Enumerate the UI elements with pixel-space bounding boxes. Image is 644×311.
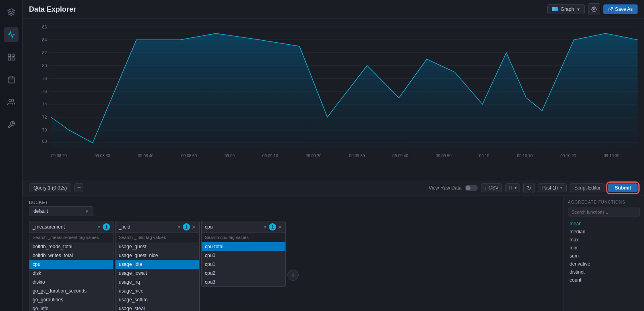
agg-item-max[interactable]: max bbox=[568, 236, 640, 244]
settings-button[interactable] bbox=[588, 3, 600, 15]
sidebar-icon-users[interactable] bbox=[4, 95, 19, 109]
csv-download-button[interactable]: ↓ CSV bbox=[481, 183, 502, 192]
svg-line-10 bbox=[610, 8, 613, 10]
graph-type-selector[interactable]: Graph ▼ bbox=[547, 4, 585, 14]
submit-button[interactable]: Submit bbox=[608, 183, 638, 192]
list-item[interactable]: go_gc_duration_seconds bbox=[29, 286, 113, 295]
list-item[interactable]: cpu0 bbox=[202, 251, 285, 260]
list-item[interactable]: usage_guest_nice bbox=[116, 251, 199, 260]
cpu-dropdown-icon[interactable]: ▼ bbox=[263, 225, 267, 229]
svg-text:76: 76 bbox=[42, 89, 47, 94]
time-range-dropdown-icon: ▼ bbox=[559, 186, 563, 190]
svg-text:84: 84 bbox=[42, 37, 47, 42]
list-item[interactable]: usage_idle bbox=[116, 260, 199, 269]
field-col-title: _field bbox=[119, 224, 175, 230]
measurement-dropdown-icon[interactable]: ▼ bbox=[97, 225, 101, 229]
agg-item-min[interactable]: min bbox=[568, 244, 640, 252]
refresh-icon: ↻ bbox=[527, 185, 531, 191]
add-column-button[interactable]: + bbox=[287, 270, 299, 281]
svg-text:68: 68 bbox=[42, 139, 47, 144]
header: Data Explorer Graph ▼ Save As bbox=[23, 0, 644, 19]
field-column: _field ▼ 1 ✕ usage_guest usage_guest_nic… bbox=[115, 221, 200, 311]
svg-text:78: 78 bbox=[42, 76, 47, 81]
measurement-search-input[interactable] bbox=[29, 233, 113, 242]
script-editor-button[interactable]: Script Editor bbox=[570, 183, 605, 192]
agg-item-count[interactable]: count bbox=[568, 276, 640, 284]
agg-search-input[interactable] bbox=[568, 208, 640, 216]
save-as-button[interactable]: Save As bbox=[603, 4, 638, 14]
agg-item-derivative[interactable]: derivative bbox=[568, 260, 640, 268]
time-range-label: Past 1h bbox=[541, 185, 558, 191]
list-item[interactable]: disk bbox=[29, 269, 113, 278]
field-badge: 1 bbox=[183, 223, 190, 231]
cpu-close-button[interactable]: ✕ bbox=[278, 224, 282, 230]
svg-text:86: 86 bbox=[42, 25, 47, 29]
list-item[interactable]: cpu1 bbox=[202, 260, 285, 269]
list-item[interactable]: go_info bbox=[29, 304, 113, 311]
agg-item-mean[interactable]: mean bbox=[568, 220, 640, 228]
chevron-down-icon: ▼ bbox=[576, 7, 580, 12]
chart-container: 86 84 82 80 78 76 74 72 70 68 09:0 bbox=[23, 19, 644, 180]
list-item[interactable]: usage_irq bbox=[116, 278, 199, 286]
filter-columns: _measurement ▼ 1 boltdb_reads_total bolt… bbox=[29, 221, 555, 311]
list-item[interactable]: boltdb_writes_total bbox=[29, 251, 113, 260]
add-query-button[interactable]: + bbox=[74, 183, 83, 192]
field-close-button[interactable]: ✕ bbox=[192, 224, 196, 230]
cpu-items: cpu-total cpu0 cpu1 cpu2 cpu3 bbox=[202, 242, 285, 286]
time-range-selector[interactable]: Past 1h ▼ bbox=[538, 183, 567, 192]
list-item[interactable]: usage_steal bbox=[116, 304, 199, 311]
svg-text:82: 82 bbox=[42, 50, 47, 55]
field-dropdown-icon[interactable]: ▼ bbox=[177, 225, 181, 229]
measurement-column: _measurement ▼ 1 boltdb_reads_total bolt… bbox=[29, 221, 114, 311]
chart-fill bbox=[51, 33, 638, 148]
agg-item-median[interactable]: median bbox=[568, 228, 640, 236]
list-item[interactable]: usage_nice bbox=[116, 286, 199, 295]
measurement-col-title: _measurement bbox=[33, 224, 95, 230]
download-icon: ↓ bbox=[485, 185, 487, 191]
list-item[interactable]: cpu-total bbox=[202, 242, 285, 251]
chart-svg: 86 84 82 80 78 76 74 72 70 68 bbox=[29, 23, 638, 152]
sidebar-icon-data-explorer[interactable] bbox=[4, 27, 19, 42]
sidebar-icon-network[interactable] bbox=[4, 5, 19, 19]
list-item[interactable]: usage_guest bbox=[116, 242, 199, 251]
sidebar-icon-settings[interactable] bbox=[4, 117, 19, 132]
add-icon: + bbox=[77, 185, 81, 191]
list-item[interactable]: usage_iowait bbox=[116, 269, 199, 278]
cpu-badge: 1 bbox=[269, 223, 276, 231]
bucket-selector[interactable]: default ▼ bbox=[29, 206, 93, 216]
field-search-input[interactable] bbox=[116, 233, 199, 242]
save-as-label: Save As bbox=[615, 6, 633, 12]
page-title: Data Explorer bbox=[29, 5, 76, 14]
list-item[interactable]: cpu2 bbox=[202, 269, 285, 278]
main-content: Data Explorer Graph ▼ Save As bbox=[23, 0, 644, 311]
pause-icon: ⏸ bbox=[508, 185, 513, 191]
x-axis-labels: 09:08:20 09:08:30 09:08:40 09:08:50 09:0… bbox=[29, 153, 638, 158]
agg-item-sum[interactable]: sum bbox=[568, 252, 640, 260]
bottom-content: Bucket default ▼ _measurement ▼ 1 bbox=[23, 196, 644, 311]
refresh-button[interactable]: ↻ bbox=[523, 183, 535, 193]
agg-item-distinct[interactable]: distinct bbox=[568, 268, 640, 276]
measurement-badge: 1 bbox=[103, 223, 110, 231]
svg-text:74: 74 bbox=[42, 102, 47, 107]
sidebar-icon-dashboards[interactable] bbox=[4, 50, 19, 64]
list-item[interactable]: diskio bbox=[29, 278, 113, 286]
list-item[interactable]: cpu3 bbox=[202, 278, 285, 286]
field-items: usage_guest usage_guest_nice usage_idle … bbox=[116, 242, 199, 311]
sidebar-icon-tasks[interactable] bbox=[4, 72, 19, 87]
view-raw-toggle[interactable] bbox=[465, 185, 478, 191]
pause-dropdown-icon: ▼ bbox=[514, 186, 517, 190]
pause-button[interactable]: ⏸ ▼ bbox=[505, 183, 520, 192]
list-item[interactable]: boltdb_reads_total bbox=[29, 242, 113, 251]
query-tab-1[interactable]: Query 1 (0.02s) bbox=[29, 183, 71, 192]
list-item[interactable]: go_goroutines bbox=[29, 295, 113, 304]
list-item[interactable]: cpu bbox=[29, 260, 113, 269]
svg-text:70: 70 bbox=[42, 128, 47, 132]
query-bar: Query 1 (0.02s) + View Raw Data ↓ CSV ⏸ … bbox=[23, 180, 644, 196]
list-item[interactable]: usage_softirq bbox=[116, 295, 199, 304]
filter-area: Bucket default ▼ _measurement ▼ 1 bbox=[23, 196, 644, 311]
agg-items: mean median max min sum derivative disti… bbox=[568, 220, 640, 284]
cpu-search-input[interactable] bbox=[202, 233, 285, 242]
cpu-column: cpu ▼ 1 ✕ cpu-total cpu0 cpu1 cpu2 cpu3 bbox=[201, 221, 286, 287]
cpu-col-title: cpu bbox=[205, 224, 262, 230]
svg-text:72: 72 bbox=[42, 115, 47, 119]
